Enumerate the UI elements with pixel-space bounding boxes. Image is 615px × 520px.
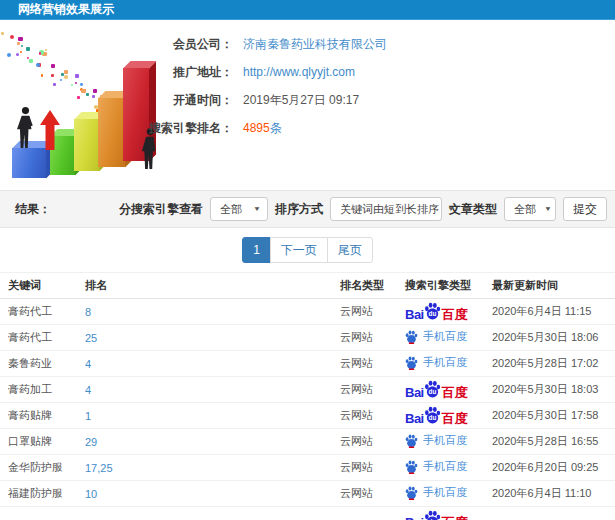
keyword-cell: 膏药代工 — [0, 304, 77, 319]
baidu-paw-icon — [405, 356, 418, 370]
rank-link[interactable]: 10 — [85, 488, 97, 500]
rank-type-cell: 云网站 — [332, 434, 397, 449]
keyword-cell: 金华防护服 — [0, 460, 77, 475]
last-page-button[interactable]: 尾页 — [327, 237, 373, 263]
field-promo-url: 推广地址： http://www.qlyyjt.com — [0, 58, 615, 86]
rank-link[interactable]: 8 — [85, 306, 91, 318]
rank-link[interactable]: 4 — [85, 384, 91, 396]
rank-cell: 10 — [77, 488, 332, 500]
field-company: 会员公司： 济南秦鲁药业科技有限公司 — [0, 30, 615, 58]
keyword-cell: 福建防护服 — [0, 486, 77, 501]
baidu-paw-icon — [405, 330, 418, 344]
updated-cell: 2020年5月28日 17:02 — [484, 356, 615, 371]
engine-cell: Bai du 百度 — [397, 406, 484, 424]
rank-unit: 条 — [270, 121, 282, 135]
keyword-cell: 口罩贴牌 — [0, 434, 77, 449]
engine-rank-label: 搜索引擎排名： — [0, 120, 233, 137]
keyword-cell: 膏药贴牌 — [0, 408, 77, 423]
submit-button[interactable]: 提交 — [563, 197, 607, 221]
open-time-label: 开通时间： — [0, 92, 233, 109]
article-type-select[interactable]: 全部 ▼ — [504, 197, 556, 221]
table-header-row: 关键词 排名 排名类型 搜索引擎类型 最新更新时间 — [0, 272, 615, 299]
baidu-paw-icon — [405, 434, 418, 448]
engine-view-label: 分搜索引擎查看 — [119, 201, 203, 218]
filter-bar: 结果： 分搜索引擎查看 全部 ▼ 排序方式 关键词由短到长排序 ▼ 文章类型 全… — [0, 190, 615, 228]
svg-text:du: du — [428, 310, 436, 317]
col-rank: 排名 — [77, 278, 332, 293]
engine-cell: 手机百度 — [397, 459, 484, 476]
results-table: 关键词 排名 排名类型 搜索引擎类型 最新更新时间 膏药代工 8 云网站 Bai… — [0, 272, 615, 520]
rank-type-cell: 云网站 — [332, 330, 397, 345]
article-type-value: 全部 — [514, 202, 536, 217]
info-section: 会员公司： 济南秦鲁药业科技有限公司 推广地址： http://www.qlyy… — [0, 20, 615, 190]
mobile-baidu-logo: 手机百度 — [405, 485, 467, 500]
updated-cell: 2020年5月28日 16:55 — [484, 434, 615, 449]
baidu-paw-icon — [405, 486, 418, 500]
svg-text:du: du — [428, 388, 436, 395]
rank-link[interactable]: 25 — [85, 332, 97, 344]
table-row: 膏药代工 8 云网站 Bai du 百度 2020年6月4日 11:15 — [0, 299, 615, 325]
rank-type-cell: 云网站 — [332, 408, 397, 423]
baidu-paw-icon: du — [424, 406, 441, 424]
mobile-baidu-logo: 手机百度 — [405, 459, 467, 474]
rank-link[interactable]: 1 — [85, 410, 91, 422]
company-label: 会员公司： — [0, 36, 233, 53]
keyword-cell: 膏药代工 — [0, 330, 77, 345]
mobile-baidu-logo: 手机百度 — [405, 329, 467, 344]
updated-cell: 2020年6月4日 11:10 — [484, 486, 615, 501]
page-1-button[interactable]: 1 — [242, 237, 271, 263]
engine-cell: Bai du 百度 — [397, 302, 484, 320]
engine-cell: 手机百度 — [397, 329, 484, 346]
updated-cell: 2020年6月20日 09:25 — [484, 460, 615, 475]
baidu-paw-icon: du — [424, 380, 441, 398]
chart-bar-blue — [12, 148, 46, 178]
col-updated: 最新更新时间 — [484, 278, 615, 293]
mobile-baidu-logo: 手机百度 — [405, 433, 467, 448]
col-rank-type: 排名类型 — [332, 278, 397, 293]
rank-link[interactable]: 17,25 — [85, 462, 113, 474]
rank-type-cell: 云网站 — [332, 486, 397, 501]
keyword-cell: 膏药加工 — [0, 382, 77, 397]
field-engine-rank: 搜索引擎排名： 4895条 — [0, 114, 615, 142]
field-open-time: 开通时间： 2019年5月27日 09:17 — [0, 86, 615, 114]
next-page-button[interactable]: 下一页 — [270, 237, 328, 263]
updated-cell: 2020年6月4日 11:15 — [484, 304, 615, 319]
table-body: 膏药代工 8 云网站 Bai du 百度 2020年6月4日 11:15膏药代工… — [0, 299, 615, 520]
engine-cell: 手机百度 — [397, 485, 484, 502]
rank-cell: 25 — [77, 332, 332, 344]
pagination: 1 下一页 尾页 — [242, 237, 373, 263]
baidu-pc-logo: Bai du 百度 — [405, 302, 468, 320]
rank-link[interactable]: 4 — [85, 358, 91, 370]
chevron-down-icon: ▼ — [544, 205, 552, 212]
article-type-label: 文章类型 — [449, 201, 497, 218]
table-row: 口罩贴牌 29 云网站 手机百度 2020年5月28日 16:55 — [0, 429, 615, 455]
table-row: 金华防护服 17,25 云网站 手机百度 2020年6月20日 09:25 — [0, 455, 615, 481]
engine-cell: Bai du 百度 — [397, 510, 484, 520]
rank-link[interactable]: 29 — [85, 436, 97, 448]
engine-view-select[interactable]: 全部 ▼ — [210, 197, 268, 221]
engine-cell: 手机百度 — [397, 433, 484, 450]
rank-count: 4895 — [243, 121, 270, 135]
table-row-partial: Bai du 百度 — [0, 507, 615, 520]
promo-url-link[interactable]: http://www.qlyyjt.com — [243, 65, 355, 79]
table-row: 膏药代工 25 云网站 手机百度 2020年5月30日 18:06 — [0, 325, 615, 351]
rank-cell: 17,25 — [77, 462, 332, 474]
rank-cell: 1 — [77, 410, 332, 422]
table-row: 膏药贴牌 1 云网站 Bai du 百度 2020年5月30日 17:58 — [0, 403, 615, 429]
table-row: 福建防护服 10 云网站 手机百度 2020年6月4日 11:10 — [0, 481, 615, 507]
svg-text:du: du — [428, 414, 436, 421]
company-link[interactable]: 济南秦鲁药业科技有限公司 — [243, 36, 387, 53]
col-keyword: 关键词 — [0, 278, 77, 293]
updated-cell: 2020年5月30日 18:03 — [484, 382, 615, 397]
keyword-cell: 秦鲁药业 — [0, 356, 77, 371]
rank-cell: 29 — [77, 436, 332, 448]
rank-type-cell: 云网站 — [332, 304, 397, 319]
baidu-paw-icon: du — [424, 510, 441, 520]
rank-type-cell: 云网站 — [332, 460, 397, 475]
profile-fields: 会员公司： 济南秦鲁药业科技有限公司 推广地址： http://www.qlyy… — [0, 30, 615, 142]
promo-url-label: 推广地址： — [0, 64, 233, 81]
open-time-value: 2019年5月27日 09:17 — [243, 92, 359, 109]
pagination-area: 1 下一页 尾页 — [0, 228, 615, 272]
updated-cell: 2020年5月30日 18:06 — [484, 330, 615, 345]
sort-select[interactable]: 关键词由短到长排序 ▼ — [330, 197, 442, 221]
